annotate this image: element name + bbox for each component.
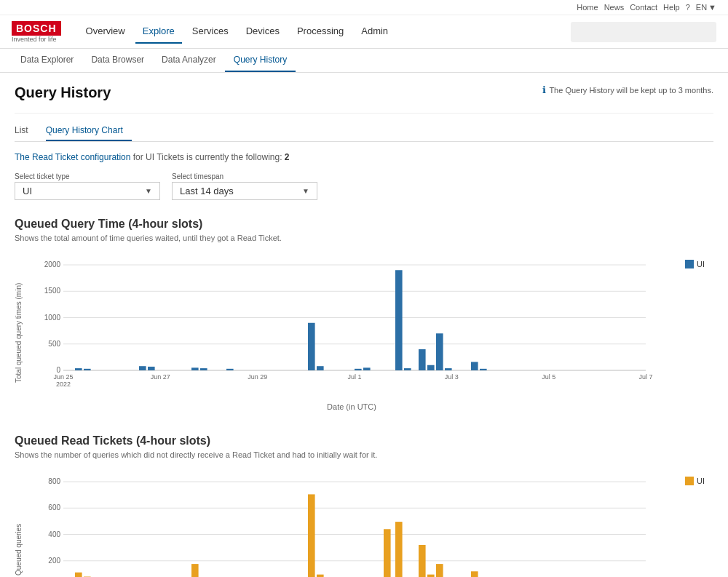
chart1-x-label: Date (in UTC) — [27, 402, 676, 411]
help-icon: ? — [686, 3, 690, 12]
ticket-type-select[interactable]: UI ▼ — [15, 182, 160, 200]
header: BOSCH Invented for life Overview Explore… — [0, 15, 728, 49]
nav-processing[interactable]: Processing — [290, 20, 351, 44]
chart2-legend-box — [685, 477, 694, 485]
nav-devices[interactable]: Devices — [239, 20, 287, 44]
sub-nav: Data Explorer Data Browser Data Analyzer… — [0, 49, 728, 73]
chevron-down-icon-2: ▼ — [302, 187, 309, 195]
nav-explore[interactable]: Explore — [135, 20, 182, 44]
chevron-down-icon: ▼ — [145, 187, 152, 195]
chart2-y-axis-label: Queued queries — [15, 471, 23, 577]
chart1-legend: UI — [676, 254, 713, 411]
main-content: Query History ℹ The Query History will b… — [0, 73, 728, 577]
subnav-data-browser[interactable]: Data Browser — [82, 49, 153, 72]
home-link[interactable]: Home — [577, 3, 598, 12]
config-line: The Read Ticket configuration for UI Tic… — [15, 152, 713, 162]
chart2-container: Queued queries Date (in UTC) UI — [15, 471, 713, 577]
chart2-legend: UI — [676, 471, 713, 577]
nav-admin[interactable]: Admin — [354, 20, 395, 44]
search-area — [571, 22, 716, 42]
lang-button[interactable]: EN ▼ — [696, 3, 716, 12]
logo: BOSCH Invented for life — [12, 21, 61, 43]
chart2-legend-item: UI — [685, 477, 705, 485]
chart1-title: Queued Query Time (4-hour slots) — [15, 218, 713, 231]
chart2-section: Queued Read Tickets (4-hour slots) Shows… — [15, 434, 713, 577]
config-link[interactable]: The Read Ticket configuration — [15, 152, 130, 162]
chart2-title: Queued Read Tickets (4-hour slots) — [15, 434, 713, 447]
lang-chevron-icon: ▼ — [708, 3, 716, 12]
dropdowns-row: Select ticket type UI ▼ Select timespan … — [15, 172, 713, 200]
timespan-dropdown-wrap: Select timespan Last 14 days ▼ — [172, 172, 317, 200]
contact-link[interactable]: Contact — [630, 3, 657, 12]
chart2-subtitle: Shows the number of queries which did no… — [15, 450, 713, 459]
top-bar: Home News Contact Help ? EN ▼ — [0, 0, 728, 15]
help-link[interactable]: Help — [663, 3, 680, 12]
info-icon: ℹ — [542, 84, 546, 95]
nav-overview[interactable]: Overview — [79, 20, 132, 44]
chart1-container: Total queued query times (min) Date (in … — [15, 254, 713, 411]
chart1-y-axis-label: Total queued query times (min) — [15, 254, 23, 411]
chart1-legend-box — [685, 260, 694, 268]
info-message: ℹ The Query History will be kept up to 3… — [542, 84, 713, 95]
chart1-canvas — [27, 254, 653, 399]
ticket-type-dropdown-wrap: Select ticket type UI ▼ — [15, 172, 160, 200]
logo-box: BOSCH Invented for life — [12, 21, 61, 43]
timespan-label: Select timespan — [172, 172, 317, 180]
chart1-legend-item: UI — [685, 260, 705, 268]
timespan-select[interactable]: Last 14 days ▼ — [172, 182, 317, 200]
chart1-subtitle: Shows the total amount of time queries w… — [15, 234, 713, 242]
divider-1 — [15, 113, 713, 114]
top-bar-right: Home News Contact Help ? EN ▼ — [577, 3, 716, 12]
subnav-data-explorer[interactable]: Data Explorer — [12, 49, 82, 72]
ticket-type-label: Select ticket type — [15, 172, 160, 180]
subnav-data-analyzer[interactable]: Data Analyzer — [153, 49, 225, 72]
chart2-canvas — [27, 471, 653, 577]
tabs: List Query History Chart — [15, 121, 713, 142]
chart2-area: Date (in UTC) — [27, 471, 676, 577]
tab-query-history-chart[interactable]: Query History Chart — [46, 121, 132, 141]
main-nav: Overview Explore Services Devices Proces… — [79, 20, 571, 44]
nav-services[interactable]: Services — [185, 20, 236, 44]
page-title: Query History — [15, 84, 111, 101]
page-header: Query History ℹ The Query History will b… — [15, 84, 713, 101]
news-link[interactable]: News — [604, 3, 625, 12]
chart1-section: Queued Query Time (4-hour slots) Shows t… — [15, 218, 713, 411]
tab-list[interactable]: List — [15, 121, 37, 141]
subnav-query-history[interactable]: Query History — [225, 49, 296, 72]
chart1-area: Date (in UTC) — [27, 254, 676, 411]
